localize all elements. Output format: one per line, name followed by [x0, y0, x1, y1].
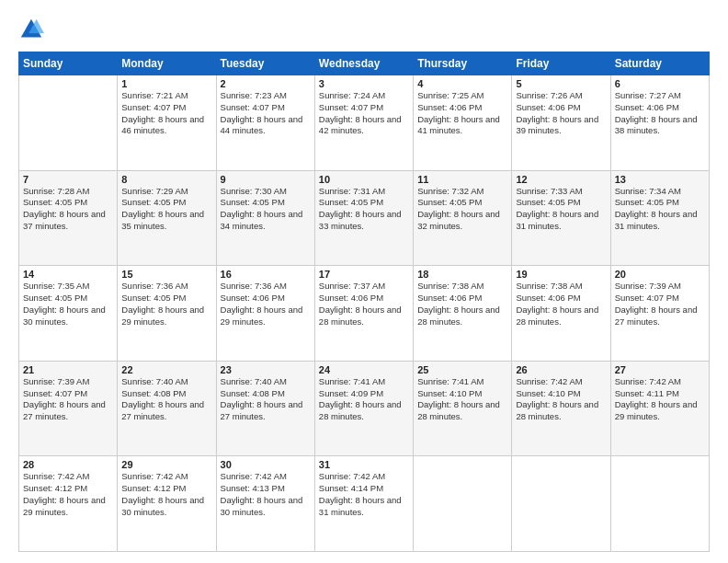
calendar-cell: 22 Sunrise: 7:40 AMSunset: 4:08 PMDaylig…	[118, 361, 216, 456]
weekday-header: Monday	[118, 52, 216, 75]
day-number: 8	[121, 174, 211, 185]
day-info: Sunrise: 7:21 AMSunset: 4:07 PMDaylight:…	[121, 90, 211, 137]
calendar-cell: 28 Sunrise: 7:42 AMSunset: 4:12 PMDaylig…	[19, 456, 118, 552]
day-number: 14	[23, 269, 113, 280]
day-number: 21	[23, 364, 113, 375]
calendar-cell: 17 Sunrise: 7:37 AMSunset: 4:06 PMDaylig…	[314, 266, 413, 362]
day-info: Sunrise: 7:39 AMSunset: 4:07 PMDaylight:…	[23, 376, 113, 423]
calendar-cell: 11 Sunrise: 7:32 AMSunset: 4:05 PMDaylig…	[414, 170, 512, 266]
day-info: Sunrise: 7:42 AMSunset: 4:12 PMDaylight:…	[121, 471, 211, 518]
day-info: Sunrise: 7:42 AMSunset: 4:11 PMDaylight:…	[615, 376, 705, 423]
weekday-header: Wednesday	[314, 52, 413, 75]
day-number: 12	[516, 174, 606, 185]
day-info: Sunrise: 7:23 AMSunset: 4:07 PMDaylight:…	[221, 90, 311, 137]
header	[18, 17, 710, 42]
calendar-cell	[512, 456, 610, 552]
day-info: Sunrise: 7:26 AMSunset: 4:06 PMDaylight:…	[516, 90, 606, 137]
day-info: Sunrise: 7:30 AMSunset: 4:05 PMDaylight:…	[221, 186, 311, 233]
calendar-cell: 10 Sunrise: 7:31 AMSunset: 4:05 PMDaylig…	[314, 170, 413, 266]
calendar-week-row: 28 Sunrise: 7:42 AMSunset: 4:12 PMDaylig…	[19, 456, 710, 552]
day-number: 25	[417, 364, 507, 375]
weekday-header: Friday	[512, 52, 610, 75]
calendar-cell: 25 Sunrise: 7:41 AMSunset: 4:10 PMDaylig…	[414, 361, 512, 456]
day-number: 18	[417, 269, 507, 280]
day-number: 7	[23, 174, 113, 185]
calendar-cell: 4 Sunrise: 7:25 AMSunset: 4:06 PMDayligh…	[414, 75, 512, 171]
calendar-cell: 7 Sunrise: 7:28 AMSunset: 4:05 PMDayligh…	[19, 170, 118, 266]
day-info: Sunrise: 7:32 AMSunset: 4:05 PMDaylight:…	[417, 186, 507, 233]
day-number: 11	[417, 174, 507, 185]
day-number: 5	[516, 78, 606, 89]
weekday-header: Thursday	[414, 52, 512, 75]
calendar-cell: 3 Sunrise: 7:24 AMSunset: 4:07 PMDayligh…	[314, 75, 413, 171]
calendar-cell: 20 Sunrise: 7:39 AMSunset: 4:07 PMDaylig…	[610, 266, 709, 362]
calendar-week-row: 7 Sunrise: 7:28 AMSunset: 4:05 PMDayligh…	[19, 170, 710, 266]
day-number: 20	[615, 269, 705, 280]
day-info: Sunrise: 7:35 AMSunset: 4:05 PMDaylight:…	[23, 281, 113, 327]
day-info: Sunrise: 7:40 AMSunset: 4:08 PMDaylight:…	[121, 376, 211, 423]
day-number: 19	[516, 269, 606, 280]
calendar-cell: 9 Sunrise: 7:30 AMSunset: 4:05 PMDayligh…	[216, 170, 314, 266]
day-info: Sunrise: 7:42 AMSunset: 4:13 PMDaylight:…	[221, 471, 311, 518]
calendar-cell: 13 Sunrise: 7:34 AMSunset: 4:05 PMDaylig…	[610, 170, 709, 266]
day-number: 30	[221, 459, 311, 470]
day-info: Sunrise: 7:36 AMSunset: 4:06 PMDaylight:…	[221, 281, 311, 327]
day-info: Sunrise: 7:41 AMSunset: 4:09 PMDaylight:…	[319, 376, 409, 423]
calendar-cell: 5 Sunrise: 7:26 AMSunset: 4:06 PMDayligh…	[512, 75, 610, 171]
day-number: 29	[121, 459, 211, 470]
day-number: 22	[121, 364, 211, 375]
day-info: Sunrise: 7:42 AMSunset: 4:14 PMDaylight:…	[319, 471, 409, 518]
day-number: 1	[121, 78, 211, 89]
day-info: Sunrise: 7:36 AMSunset: 4:05 PMDaylight:…	[121, 281, 211, 327]
day-info: Sunrise: 7:27 AMSunset: 4:06 PMDaylight:…	[615, 90, 705, 137]
day-number: 10	[319, 174, 409, 185]
day-info: Sunrise: 7:24 AMSunset: 4:07 PMDaylight:…	[319, 90, 409, 137]
weekday-header: Saturday	[610, 52, 709, 75]
day-info: Sunrise: 7:33 AMSunset: 4:05 PMDaylight:…	[516, 186, 606, 233]
day-info: Sunrise: 7:25 AMSunset: 4:06 PMDaylight:…	[417, 90, 507, 137]
day-info: Sunrise: 7:31 AMSunset: 4:05 PMDaylight:…	[319, 186, 409, 233]
logo	[18, 17, 50, 42]
calendar-cell: 31 Sunrise: 7:42 AMSunset: 4:14 PMDaylig…	[314, 456, 413, 552]
calendar-table: SundayMondayTuesdayWednesdayThursdayFrid…	[18, 52, 710, 552]
calendar-cell: 29 Sunrise: 7:42 AMSunset: 4:12 PMDaylig…	[118, 456, 216, 552]
day-info: Sunrise: 7:39 AMSunset: 4:07 PMDaylight:…	[615, 281, 705, 327]
logo-icon	[18, 17, 44, 42]
calendar-week-row: 1 Sunrise: 7:21 AMSunset: 4:07 PMDayligh…	[19, 75, 710, 171]
day-info: Sunrise: 7:42 AMSunset: 4:12 PMDaylight:…	[23, 471, 113, 518]
calendar-cell: 23 Sunrise: 7:40 AMSunset: 4:08 PMDaylig…	[216, 361, 314, 456]
day-number: 31	[319, 459, 409, 470]
day-info: Sunrise: 7:29 AMSunset: 4:05 PMDaylight:…	[121, 186, 211, 233]
calendar-cell: 19 Sunrise: 7:38 AMSunset: 4:06 PMDaylig…	[512, 266, 610, 362]
calendar-cell: 1 Sunrise: 7:21 AMSunset: 4:07 PMDayligh…	[118, 75, 216, 171]
calendar-cell: 14 Sunrise: 7:35 AMSunset: 4:05 PMDaylig…	[19, 266, 118, 362]
calendar-week-row: 14 Sunrise: 7:35 AMSunset: 4:05 PMDaylig…	[19, 266, 710, 362]
calendar-cell: 27 Sunrise: 7:42 AMSunset: 4:11 PMDaylig…	[610, 361, 709, 456]
day-info: Sunrise: 7:38 AMSunset: 4:06 PMDaylight:…	[516, 281, 606, 327]
calendar-cell: 8 Sunrise: 7:29 AMSunset: 4:05 PMDayligh…	[118, 170, 216, 266]
calendar-cell	[414, 456, 512, 552]
calendar-cell: 15 Sunrise: 7:36 AMSunset: 4:05 PMDaylig…	[118, 266, 216, 362]
day-info: Sunrise: 7:37 AMSunset: 4:06 PMDaylight:…	[319, 281, 409, 327]
weekday-header: Sunday	[19, 52, 118, 75]
day-number: 13	[615, 174, 705, 185]
day-number: 27	[615, 364, 705, 375]
calendar-week-row: 21 Sunrise: 7:39 AMSunset: 4:07 PMDaylig…	[19, 361, 710, 456]
calendar-cell: 26 Sunrise: 7:42 AMSunset: 4:10 PMDaylig…	[512, 361, 610, 456]
day-info: Sunrise: 7:34 AMSunset: 4:05 PMDaylight:…	[615, 186, 705, 233]
calendar-cell: 30 Sunrise: 7:42 AMSunset: 4:13 PMDaylig…	[216, 456, 314, 552]
weekday-header: Tuesday	[216, 52, 314, 75]
day-number: 16	[221, 269, 311, 280]
day-number: 24	[319, 364, 409, 375]
calendar-cell	[610, 456, 709, 552]
day-info: Sunrise: 7:40 AMSunset: 4:08 PMDaylight:…	[221, 376, 311, 423]
day-number: 23	[221, 364, 311, 375]
day-number: 2	[221, 78, 311, 89]
day-info: Sunrise: 7:42 AMSunset: 4:10 PMDaylight:…	[516, 376, 606, 423]
day-number: 15	[121, 269, 211, 280]
calendar-cell: 6 Sunrise: 7:27 AMSunset: 4:06 PMDayligh…	[610, 75, 709, 171]
day-number: 28	[23, 459, 113, 470]
weekday-header-row: SundayMondayTuesdayWednesdayThursdayFrid…	[19, 52, 710, 75]
day-number: 26	[516, 364, 606, 375]
day-number: 17	[319, 269, 409, 280]
